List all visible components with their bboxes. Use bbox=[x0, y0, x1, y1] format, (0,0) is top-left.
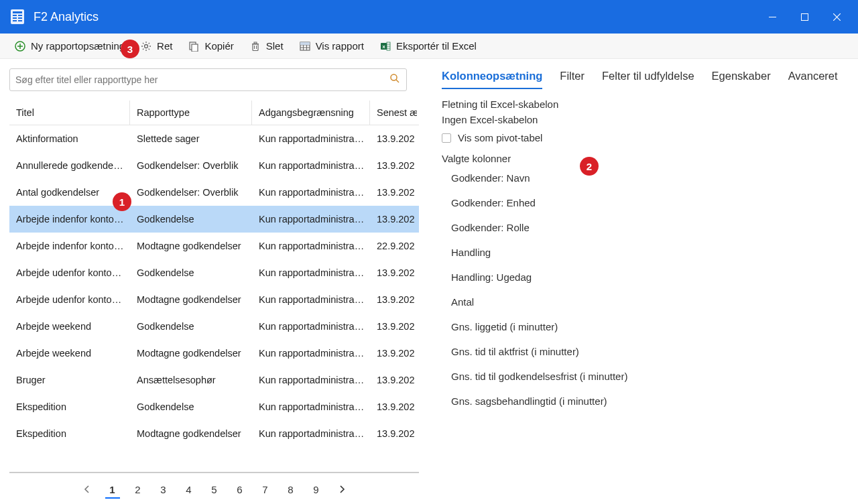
table-icon bbox=[300, 41, 310, 52]
page-2[interactable]: 2 bbox=[131, 481, 145, 499]
table-row[interactable]: Arbejde weekendGodkendelseKun rapportadm… bbox=[9, 313, 419, 340]
cell-access: Kun rapportadministratorer bbox=[252, 241, 370, 251]
cell-type: Godkendelser: Overblik bbox=[130, 187, 252, 198]
cell-title: Arbejde udenfor kontortid (u... bbox=[9, 267, 130, 278]
cell-title: Arbejde indenfor kontortid bbox=[9, 241, 130, 251]
annotation-1: 1 bbox=[113, 192, 131, 211]
checkbox-icon[interactable] bbox=[442, 133, 451, 143]
cell-date: 13.9.202 bbox=[370, 187, 417, 198]
page-9[interactable]: 9 bbox=[309, 481, 324, 499]
tab-kolonneopsætning[interactable]: Kolonneopsætning bbox=[442, 66, 542, 89]
maximize-button[interactable] bbox=[788, 3, 820, 30]
col-header-type[interactable]: Rapporttype bbox=[130, 101, 252, 125]
col-header-date[interactable]: Senest æ bbox=[370, 101, 417, 125]
new-report-button[interactable]: Ny rapportopsætning bbox=[7, 35, 133, 58]
table-row[interactable]: Annullerede godkendelserGodkendelser: Ov… bbox=[9, 152, 419, 179]
table-row[interactable]: Arbejde udenfor kontortid (u...Godkendel… bbox=[9, 259, 419, 286]
selected-column-item[interactable]: Godkender: Rolle bbox=[451, 222, 846, 233]
pivot-checkbox-row[interactable]: Vis som pivot-tabel bbox=[442, 132, 846, 143]
minimize-button[interactable] bbox=[756, 3, 788, 30]
page-3[interactable]: 3 bbox=[156, 481, 171, 499]
selected-column-item[interactable]: Gns. liggetid (i minutter) bbox=[451, 321, 846, 332]
cell-type: Modtagne godkendelser bbox=[130, 241, 252, 251]
copy-icon bbox=[188, 41, 199, 52]
cell-title: Arbejde indenfor kontortid bbox=[9, 214, 130, 225]
cell-title: Arbejde weekend bbox=[9, 321, 130, 332]
table-row[interactable]: EkspeditionModtagne godkendelserKun rapp… bbox=[9, 420, 419, 447]
selected-column-item[interactable]: Gns. tid til godkendelsesfrist (i minutt… bbox=[451, 371, 846, 382]
search-icon[interactable] bbox=[389, 73, 400, 86]
delete-button[interactable]: Slet bbox=[242, 35, 292, 58]
right-tabs: KolonneopsætningFilterFelter til udfylde… bbox=[442, 66, 846, 89]
table-body: AktinformationSlettede sagerKun rapporta… bbox=[9, 125, 419, 447]
table-row[interactable]: Arbejde udenfor kontortid (u...Modtagne … bbox=[9, 286, 419, 313]
page-6[interactable]: 6 bbox=[233, 481, 247, 499]
col-header-title[interactable]: Titel bbox=[9, 101, 130, 125]
copy-button[interactable]: Kopiér bbox=[180, 35, 241, 58]
annotation-2: 2 bbox=[580, 157, 599, 176]
cell-access: Kun rapportadministratorer bbox=[252, 187, 370, 198]
cell-access: Kun rapportadministratorer bbox=[252, 160, 370, 171]
table-header: Titel Rapporttype Adgangsbegrænsning Sen… bbox=[9, 101, 419, 125]
col-header-access[interactable]: Adgangsbegrænsning bbox=[252, 101, 370, 125]
page-next[interactable] bbox=[334, 481, 349, 499]
pagination: 123456789 bbox=[9, 473, 419, 499]
tab-felter-til-udfyldelse[interactable]: Felter til udfyldelse bbox=[602, 66, 694, 89]
page-7[interactable]: 7 bbox=[258, 481, 273, 499]
table-row[interactable]: Antal godkendelserGodkendelser: Overblik… bbox=[9, 179, 419, 206]
cell-access: Kun rapportadministratorer bbox=[252, 294, 370, 305]
cell-type: Godkendelse bbox=[130, 214, 252, 225]
selected-column-item[interactable]: Godkender: Navn bbox=[451, 172, 846, 184]
tab-egenskaber[interactable]: Egenskaber bbox=[712, 66, 771, 89]
cell-title: Arbejde weekend bbox=[9, 348, 130, 359]
page-1[interactable]: 1 bbox=[105, 481, 120, 499]
cell-access: Kun rapportadministratorer bbox=[252, 375, 370, 385]
show-report-label: Vis rapport bbox=[316, 40, 364, 52]
cell-type: Ansættelsesophør bbox=[130, 375, 252, 385]
selected-column-item[interactable]: Handling: Ugedag bbox=[451, 271, 846, 283]
table-row[interactable]: BrugerAnsættelsesophørKun rapportadminis… bbox=[9, 367, 419, 393]
cell-title: Aktinformation bbox=[9, 133, 130, 144]
selected-column-item[interactable]: Handling bbox=[451, 247, 846, 258]
svg-rect-8 bbox=[769, 17, 776, 17]
table-row[interactable]: Arbejde indenfor kontortidModtagne godke… bbox=[9, 233, 419, 259]
table-row[interactable]: Arbejde indenfor kontortidGodkendelseKun… bbox=[9, 206, 419, 233]
svg-point-34 bbox=[391, 74, 397, 80]
svg-rect-6 bbox=[13, 20, 17, 21]
search-input[interactable] bbox=[9, 68, 407, 91]
trash-icon bbox=[250, 41, 261, 52]
close-button[interactable] bbox=[820, 3, 853, 30]
edit-label: Ret bbox=[157, 40, 172, 52]
export-excel-button[interactable]: x Eksportér til Excel bbox=[372, 35, 485, 58]
show-report-button[interactable]: Vis rapport bbox=[292, 35, 372, 58]
annotation-3: 3 bbox=[121, 40, 139, 58]
selected-column-item[interactable]: Godkender: Enhed bbox=[451, 197, 846, 208]
selected-column-item[interactable]: Antal bbox=[451, 296, 846, 308]
pivot-label: Vis som pivot-tabel bbox=[458, 132, 542, 143]
table-row[interactable]: AktinformationSlettede sagerKun rapporta… bbox=[9, 125, 419, 152]
edit-button[interactable]: Ret bbox=[133, 35, 180, 58]
right-panel: KolonneopsætningFilterFelter til udfylde… bbox=[419, 59, 858, 504]
cell-type: Slettede sager bbox=[130, 133, 252, 144]
tab-filter[interactable]: Filter bbox=[560, 66, 585, 89]
window-controls bbox=[756, 3, 853, 30]
tab-avanceret[interactable]: Avanceret bbox=[788, 66, 838, 89]
svg-rect-2 bbox=[13, 15, 17, 16]
svg-rect-3 bbox=[18, 15, 22, 16]
page-5[interactable]: 5 bbox=[207, 481, 222, 499]
left-panel: Titel Rapporttype Adgangsbegrænsning Sen… bbox=[0, 59, 419, 504]
title-bar: F2 Analytics bbox=[0, 0, 858, 34]
gear-icon bbox=[141, 41, 151, 52]
svg-rect-5 bbox=[18, 17, 22, 19]
cell-date: 13.9.202 bbox=[370, 214, 417, 225]
export-excel-label: Eksportér til Excel bbox=[396, 40, 477, 52]
page-4[interactable]: 4 bbox=[182, 481, 196, 499]
cell-date: 13.9.202 bbox=[370, 133, 417, 144]
table-row[interactable]: EkspeditionGodkendelseKun rapportadminis… bbox=[9, 393, 419, 420]
selected-column-item[interactable]: Gns. sagsbehandlingtid (i minutter) bbox=[451, 395, 846, 407]
page-8[interactable]: 8 bbox=[284, 481, 298, 499]
table-row[interactable]: Arbejde weekendModtagne godkendelserKun … bbox=[9, 340, 419, 367]
cell-access: Kun rapportadministratorer bbox=[252, 401, 370, 412]
page-prev[interactable] bbox=[80, 481, 95, 499]
selected-column-item[interactable]: Gns. tid til aktfrist (i minutter) bbox=[451, 346, 846, 357]
